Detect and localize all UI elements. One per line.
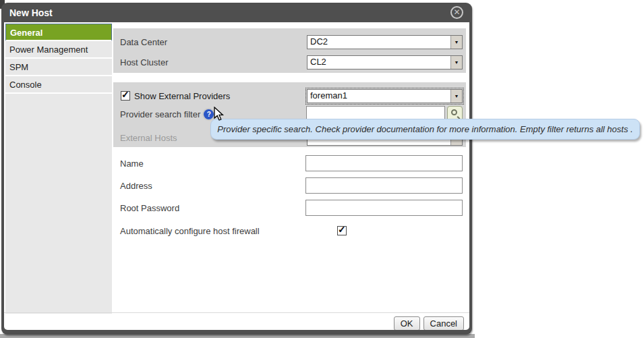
data-center-row: Data Center DC2 ▼ — [113, 33, 466, 51]
name-input[interactable] — [305, 155, 463, 171]
root-password-input[interactable] — [305, 200, 463, 216]
show-external-providers-checkbox[interactable]: ✓ — [121, 91, 130, 101]
firewall-label: Automatically configure host firewall — [120, 226, 260, 236]
help-icon[interactable]: ? — [204, 109, 214, 119]
name-row: Name — [113, 154, 466, 172]
host-cluster-select[interactable]: CL2 ▼ — [307, 55, 463, 69]
sidebar-item-console[interactable]: Console — [5, 76, 112, 94]
footer-divider — [4, 312, 469, 313]
chevron-down-icon[interactable]: ▼ — [450, 36, 462, 49]
sidebar-item-spm[interactable]: SPM — [5, 59, 112, 76]
show-external-providers-row: ✓ Show External Providers foreman1 ▼ — [113, 87, 466, 105]
firewall-row: Automatically configure host firewall ✓ — [113, 222, 466, 240]
external-provider-value: foreman1 — [308, 90, 450, 103]
data-center-select[interactable]: DC2 ▼ — [307, 35, 463, 49]
host-cluster-row: Host Cluster CL2 ▼ — [113, 53, 466, 71]
root-password-label: Root Password — [120, 203, 179, 213]
host-cluster-value: CL2 — [308, 56, 450, 69]
sidebar-item-general[interactable]: General — [5, 24, 112, 41]
dialog-titlebar: New Host ✕ — [1, 3, 472, 22]
address-label: Address — [120, 181, 152, 191]
external-hosts-label: External Hosts — [120, 133, 177, 143]
close-icon[interactable]: ✕ — [450, 6, 463, 19]
dialog-title: New Host — [1, 7, 53, 18]
footer: OK Cancel — [394, 316, 464, 330]
external-provider-select[interactable]: foreman1 ▼ — [307, 89, 463, 103]
cancel-button[interactable]: Cancel — [423, 316, 464, 330]
root-password-row: Root Password — [113, 199, 466, 217]
chevron-down-icon[interactable]: ▼ — [450, 56, 462, 69]
show-external-providers-label: Show External Providers — [134, 91, 230, 101]
tooltip-text: Provider specific search. Check provider… — [217, 124, 633, 134]
sidebar-item-power-management[interactable]: Power Management — [5, 41, 112, 59]
ok-button[interactable]: OK — [394, 316, 420, 330]
checkmark-icon: ✓ — [338, 224, 346, 235]
screen: New Host ✕ General Power Management SPM … — [0, 0, 644, 338]
new-host-dialog: New Host ✕ General Power Management SPM … — [1, 3, 472, 335]
checkmark-icon: ✓ — [121, 89, 129, 100]
firewall-checkbox[interactable]: ✓ — [337, 226, 347, 235]
data-center-value: DC2 — [308, 36, 450, 49]
chevron-down-icon[interactable]: ▼ — [450, 90, 462, 103]
provider-search-tooltip: Provider specific search. Check provider… — [210, 119, 640, 140]
sidebar: General Power Management SPM Console — [5, 24, 112, 314]
data-center-label: Data Center — [120, 37, 167, 47]
address-row: Address — [113, 177, 466, 194]
host-cluster-label: Host Cluster — [120, 57, 169, 67]
dialog-body: General Power Management SPM Console Dat… — [4, 22, 469, 330]
name-label: Name — [120, 159, 144, 169]
mouse-cursor-icon — [214, 107, 225, 121]
search-icon — [451, 109, 457, 115]
address-input[interactable] — [305, 177, 463, 194]
provider-search-filter-label: Provider search filter — [120, 109, 200, 119]
